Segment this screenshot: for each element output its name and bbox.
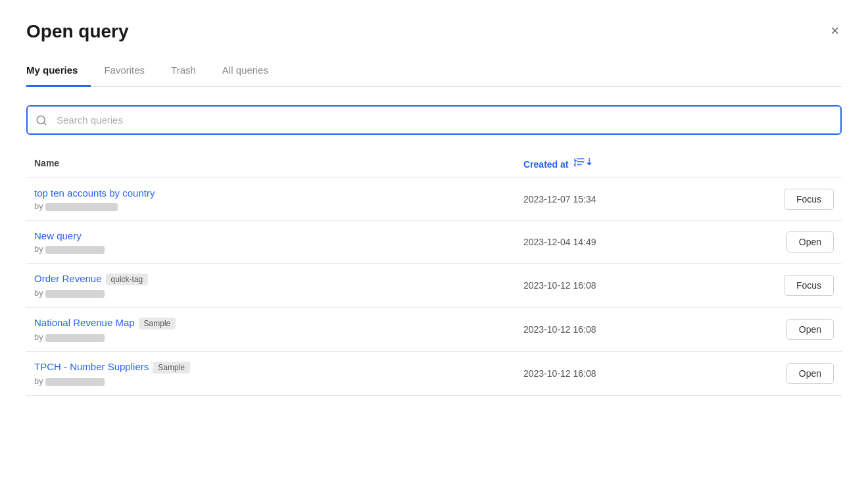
open-button[interactable]: Open bbox=[786, 319, 834, 340]
query-action-cell: Focus bbox=[719, 178, 842, 221]
query-author: by bbox=[34, 244, 508, 254]
query-created-at: 2023-12-07 15:34 bbox=[516, 178, 719, 221]
query-author: by bbox=[34, 288, 508, 298]
tab-all-queries[interactable]: All queries bbox=[222, 58, 281, 87]
query-author: by bbox=[34, 201, 508, 211]
query-name-cell: New queryby bbox=[26, 221, 516, 264]
focus-button[interactable]: Focus bbox=[784, 275, 834, 296]
table-row: New queryby 2023-12-04 14:49Open bbox=[26, 221, 842, 264]
query-name-cell: Order Revenuequick-tagby bbox=[26, 264, 516, 308]
author-name-blur bbox=[45, 203, 118, 211]
sort-icon: ⇣ bbox=[573, 156, 593, 168]
query-name-cell: top ten accounts by countryby bbox=[26, 178, 516, 221]
queries-table: Name Created at ⇣ bbox=[26, 151, 842, 396]
author-name-blur bbox=[45, 290, 105, 298]
author-name-blur bbox=[45, 378, 105, 386]
tab-trash[interactable]: Trash bbox=[171, 58, 209, 87]
dialog-title: Open query bbox=[26, 21, 129, 42]
query-name-link[interactable]: Order Revenue bbox=[34, 273, 102, 284]
query-tag: Sample bbox=[153, 362, 190, 373]
query-author: by bbox=[34, 332, 508, 342]
query-created-at: 2023-12-04 14:49 bbox=[516, 221, 719, 264]
col-header-action bbox=[719, 151, 842, 178]
svg-line-1 bbox=[43, 122, 45, 124]
query-name-link[interactable]: National Revenue Map bbox=[34, 317, 135, 328]
table-row: top ten accounts by countryby 2023-12-07… bbox=[26, 178, 842, 221]
query-tag: quick-tag bbox=[106, 274, 149, 285]
search-input[interactable] bbox=[26, 105, 842, 135]
query-author: by bbox=[34, 376, 508, 386]
query-created-at: 2023-10-12 16:08 bbox=[516, 308, 719, 352]
table-row: National Revenue MapSampleby 2023-10-12 … bbox=[26, 308, 842, 352]
query-tag: Sample bbox=[139, 318, 176, 329]
tab-my-queries[interactable]: My queries bbox=[26, 58, 91, 87]
query-created-at: 2023-10-12 16:08 bbox=[516, 264, 719, 308]
open-query-dialog: Open query × My queries Favorites Trash … bbox=[0, 0, 868, 480]
close-button[interactable]: × bbox=[828, 21, 842, 41]
query-action-cell: Open bbox=[719, 308, 842, 352]
query-name-link[interactable]: TPCH - Number Suppliers bbox=[34, 361, 149, 372]
tabs-container: My queries Favorites Trash All queries bbox=[26, 58, 842, 87]
query-name-cell: National Revenue MapSampleby bbox=[26, 308, 516, 352]
search-container bbox=[26, 105, 842, 135]
col-header-name: Name bbox=[26, 151, 516, 178]
author-name-blur bbox=[45, 334, 105, 342]
open-button[interactable]: Open bbox=[786, 363, 834, 384]
open-button[interactable]: Open bbox=[786, 231, 834, 252]
query-action-cell: Focus bbox=[719, 264, 842, 308]
col-header-created[interactable]: Created at ⇣ bbox=[516, 151, 719, 178]
query-name-link[interactable]: New query bbox=[34, 230, 82, 241]
query-action-cell: Open bbox=[719, 221, 842, 264]
focus-button[interactable]: Focus bbox=[784, 189, 834, 210]
query-name-cell: TPCH - Number SuppliersSampleby bbox=[26, 352, 516, 396]
search-icon bbox=[36, 114, 47, 126]
query-action-cell: Open bbox=[719, 352, 842, 396]
table-row: TPCH - Number SuppliersSampleby 2023-10-… bbox=[26, 352, 842, 396]
dialog-header: Open query × bbox=[26, 21, 842, 42]
tab-favorites[interactable]: Favorites bbox=[104, 58, 158, 87]
author-name-blur bbox=[45, 246, 105, 254]
query-name-link[interactable]: top ten accounts by country bbox=[34, 187, 155, 199]
table-row: Order Revenuequick-tagby 2023-10-12 16:0… bbox=[26, 264, 842, 308]
query-created-at: 2023-10-12 16:08 bbox=[516, 352, 719, 396]
